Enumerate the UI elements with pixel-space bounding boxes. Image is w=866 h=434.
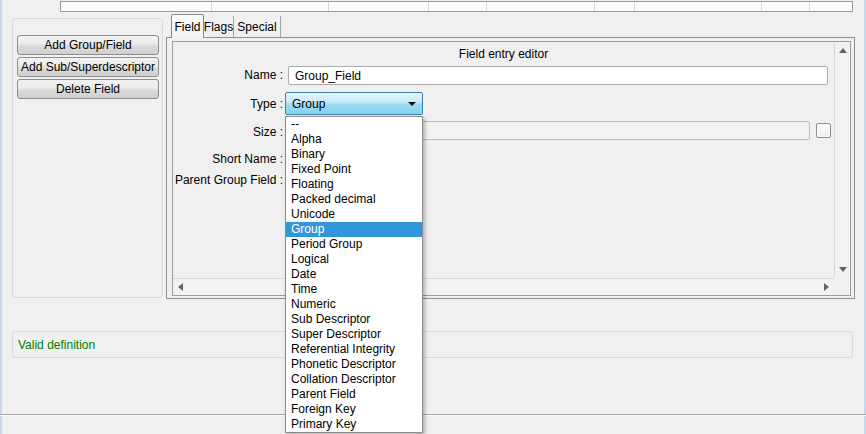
name-label: Name : — [173, 68, 283, 82]
tab-flags[interactable]: Flags — [204, 16, 234, 37]
bottom-panel-divider — [0, 414, 866, 416]
dropdown-option[interactable]: Binary — [286, 147, 422, 162]
table-column-divider — [328, 2, 329, 11]
dropdown-option[interactable]: Primary Key — [286, 417, 422, 432]
dropdown-option[interactable]: Period Group — [286, 237, 422, 252]
status-message: Valid definition — [18, 338, 95, 352]
dropdown-option[interactable]: Foreign Key — [286, 402, 422, 417]
name-input[interactable]: Group_Field — [288, 66, 828, 85]
dropdown-option[interactable]: Sub Descriptor — [286, 312, 422, 327]
editor-vertical-scrollbar[interactable] — [834, 42, 850, 278]
short-name-label: Short Name : — [173, 152, 283, 166]
tab-special[interactable]: Special — [234, 16, 281, 37]
type-label: Type : — [173, 97, 283, 111]
dropdown-option[interactable]: Phonetic Descriptor — [286, 357, 422, 372]
add-sub-superdescriptor-button[interactable]: Add Sub/Superdescriptor — [17, 57, 159, 77]
size-checkbox[interactable] — [816, 123, 831, 138]
delete-field-button[interactable]: Delete Field — [17, 79, 159, 99]
size-label: Size : — [173, 125, 283, 139]
field-tab-panel: Field entry editor Name : Group_Field Ty… — [166, 37, 855, 299]
table-column-divider — [809, 2, 810, 11]
dropdown-option[interactable]: Packed decimal — [286, 192, 422, 207]
dropdown-option[interactable]: Collation Descriptor — [286, 372, 422, 387]
dropdown-option[interactable]: Parent Field — [286, 387, 422, 402]
table-column-divider — [761, 2, 762, 11]
dropdown-option[interactable]: Alpha — [286, 132, 422, 147]
dropdown-option[interactable]: Numeric — [286, 297, 422, 312]
table-column-divider — [486, 2, 487, 11]
field-table-partial-row — [60, 1, 853, 12]
scroll-right-icon[interactable] — [824, 283, 829, 291]
scroll-left-icon[interactable] — [178, 283, 183, 291]
dropdown-option[interactable]: -- — [286, 117, 422, 132]
type-dropdown-list: --AlphaBinaryFixed PointFloatingPacked d… — [285, 116, 423, 433]
dropdown-option[interactable]: Time — [286, 282, 422, 297]
parent-group-field-label: Parent Group Field : — [173, 173, 283, 187]
chevron-down-icon — [408, 102, 416, 106]
scroll-down-icon[interactable] — [839, 267, 847, 272]
add-group-field-button[interactable]: Add Group/Field — [17, 35, 159, 55]
dropdown-option[interactable]: Logical — [286, 252, 422, 267]
dropdown-option[interactable]: Referential Integrity — [286, 342, 422, 357]
type-combobox[interactable]: Group — [285, 92, 423, 115]
table-column-divider — [211, 2, 212, 11]
status-bar: Valid definition — [12, 331, 853, 358]
dropdown-option[interactable]: Super Descriptor — [286, 327, 422, 342]
dropdown-option[interactable]: Date — [286, 267, 422, 282]
window-left-edge — [0, 0, 2, 434]
scroll-up-icon[interactable] — [839, 48, 847, 53]
dropdown-option[interactable]: Unicode — [286, 207, 422, 222]
tab-field[interactable]: Field — [171, 14, 204, 38]
table-column-divider — [428, 2, 429, 11]
editor-title: Field entry editor — [173, 47, 834, 61]
field-actions-panel: Add Group/Field Add Sub/Superdescriptor … — [12, 18, 163, 298]
dropdown-option[interactable]: Group — [286, 222, 422, 237]
table-column-divider — [634, 2, 635, 11]
table-column-divider — [594, 2, 595, 11]
dropdown-option[interactable]: Fixed Point — [286, 162, 422, 177]
type-combobox-value: Group — [292, 97, 325, 111]
editor-horizontal-scrollbar[interactable] — [173, 278, 834, 295]
field-entry-editor-groupbox: Field entry editor Name : Group_Field Ty… — [172, 41, 851, 296]
dropdown-option[interactable]: Floating — [286, 177, 422, 192]
